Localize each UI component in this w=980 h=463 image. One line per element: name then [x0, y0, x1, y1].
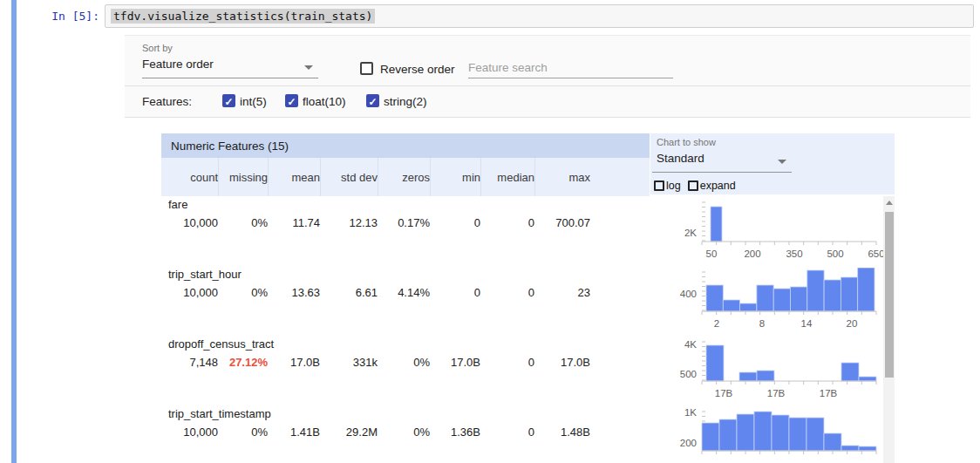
- feature-row-fare: fare10,0000%11.7412.130.17%00700.0750200…: [161, 196, 895, 266]
- svg-text:17B: 17B: [820, 388, 838, 398]
- histogram-trip_start_hour: 281420400: [667, 268, 885, 336]
- stat-mean: 11.74: [268, 214, 320, 231]
- stat-missing: 0%: [218, 214, 268, 231]
- svg-text:17B: 17B: [767, 388, 786, 398]
- scrollbar-thumb[interactable]: [885, 212, 894, 378]
- stat-std-dev: 331k: [320, 353, 378, 371]
- stat-median: 0: [480, 283, 534, 301]
- stat-count: 10,000: [161, 283, 218, 301]
- stat-zeros: 4.14%: [378, 283, 430, 301]
- stat-mean: 13.63: [268, 283, 320, 301]
- feature-row-trip_start_hour: trip_start_hour10,0000%13.636.614.14%002…: [161, 266, 895, 336]
- sort-by-label: Sort by: [142, 43, 173, 53]
- stat-min: 17.0B: [430, 353, 480, 371]
- scroll-up-icon[interactable]: [886, 201, 893, 205]
- filter-label: string(2): [384, 95, 427, 108]
- table-column-headers: countmissingmeanstd devzerosminmedianmax: [161, 158, 650, 196]
- stat-std-dev: 6.61: [320, 283, 378, 301]
- reverse-order-label: Reverse order: [380, 63, 455, 76]
- code-cell-input[interactable]: tfdv.visualize_statistics(train_stats): [105, 4, 974, 28]
- filter-checkbox-string[interactable]: ✓: [366, 94, 379, 107]
- filter-checkbox-float[interactable]: ✓: [285, 94, 298, 107]
- svg-text:20: 20: [847, 318, 858, 329]
- feature-stats: 7,14827.12%17.0B331k0%17.0B017.0B: [161, 353, 590, 371]
- svg-text:650: 650: [868, 249, 884, 259]
- column-header-missing: missing: [218, 158, 268, 196]
- feature-row-trip_start_timestamp: trip_start_timestamp10,0000%1.41B29.2M0%…: [161, 405, 895, 463]
- filter-label: int(5): [240, 95, 267, 108]
- filter-label: float(10): [303, 95, 346, 108]
- stat-min: 0: [430, 283, 480, 301]
- feature-stats: 10,0000%13.636.614.14%0023: [161, 283, 590, 301]
- svg-text:14: 14: [801, 318, 813, 329]
- chart-type-value: Standard: [657, 152, 704, 165]
- stat-zeros: 0%: [378, 423, 430, 440]
- svg-text:200: 200: [744, 249, 760, 259]
- histogram-fare: 502003505006502K: [667, 198, 885, 266]
- svg-text:2K: 2K: [684, 228, 697, 238]
- svg-text:8: 8: [759, 318, 765, 329]
- feature-name: trip_start_hour: [168, 268, 242, 281]
- filter-checkbox-int[interactable]: ✓: [222, 94, 235, 107]
- stat-missing: 27.12%: [218, 353, 268, 371]
- stat-min: 1.36B: [430, 423, 480, 440]
- column-header-mean: mean: [268, 158, 320, 196]
- chevron-down-icon: [778, 160, 786, 164]
- numeric-features-title: Numeric Features (15): [161, 133, 650, 158]
- stat-count: 10,000: [161, 423, 218, 440]
- feature-name: trip_start_timestamp: [168, 407, 271, 420]
- stat-zeros: 0%: [378, 353, 430, 371]
- stat-missing: 0%: [218, 283, 268, 301]
- svg-text:500: 500: [827, 249, 843, 259]
- column-header-zeros: zeros: [378, 158, 430, 196]
- column-header-median: median: [480, 158, 534, 196]
- column-header-min: min: [430, 158, 480, 196]
- feature-stats: 10,0000%1.41B29.2M0%1.36B01.48B: [161, 423, 590, 440]
- expand-label: expand: [700, 180, 736, 192]
- chart-scrollbar[interactable]: [883, 196, 895, 463]
- stat-std-dev: 29.2M: [320, 423, 378, 440]
- feature-name: dropoff_census_tract: [168, 337, 274, 351]
- histogram-trip_start_timestamp: 1K200: [667, 407, 885, 463]
- selected-cell-indicator: [11, 0, 17, 463]
- cell-prompt: In [5]:: [19, 10, 99, 23]
- expand-checkbox[interactable]: [688, 180, 698, 191]
- stat-zeros: 0.17%: [378, 214, 430, 231]
- feature-row-dropoff_census_tract: dropoff_census_tract7,14827.12%17.0B331k…: [161, 336, 895, 405]
- chevron-down-icon: [304, 65, 313, 70]
- histogram-dropoff_census_tract: 17B17B17B4K500: [667, 337, 885, 405]
- svg-text:17B: 17B: [715, 388, 733, 398]
- feature-search-input[interactable]: [468, 58, 673, 78]
- log-checkbox[interactable]: [654, 180, 664, 191]
- notebook-page: In [5]: tfdv.visualize_statistics(train_…: [0, 0, 980, 463]
- stat-min: 0: [430, 214, 480, 231]
- svg-text:1K: 1K: [684, 407, 697, 418]
- stat-median: 0: [480, 214, 534, 231]
- column-header-count: count: [161, 158, 218, 196]
- stat-median: 0: [480, 423, 534, 440]
- stat-mean: 1.41B: [268, 423, 320, 440]
- feature-stats: 10,0000%11.7412.130.17%00700.07: [161, 214, 590, 231]
- sort-by-select[interactable]: Feature order: [142, 58, 318, 78]
- stat-count: 10,000: [161, 214, 218, 231]
- feature-name: fare: [168, 198, 187, 211]
- chart-to-show-label: Chart to show: [657, 137, 716, 147]
- stat-max: 23: [534, 283, 590, 301]
- stat-median: 0: [480, 353, 534, 371]
- svg-text:500: 500: [680, 369, 697, 379]
- svg-text:2: 2: [714, 318, 719, 329]
- chart-type-select[interactable]: Standard: [652, 152, 792, 173]
- svg-text:400: 400: [680, 289, 697, 299]
- code-text[interactable]: tfdv.visualize_statistics(train_stats): [111, 9, 375, 24]
- features-label: Features:: [142, 95, 192, 108]
- stat-max: 17.0B: [534, 353, 590, 371]
- stat-max: 1.48B: [534, 423, 590, 440]
- chart-panel: Chart to show Standard log expand: [650, 133, 895, 194]
- stat-missing: 0%: [218, 423, 268, 440]
- sort-by-value: Feature order: [142, 58, 214, 71]
- svg-text:350: 350: [786, 249, 802, 259]
- stat-count: 7,148: [161, 353, 218, 371]
- reverse-order-checkbox[interactable]: [360, 62, 373, 75]
- log-label: log: [666, 180, 681, 192]
- svg-text:50: 50: [706, 249, 718, 259]
